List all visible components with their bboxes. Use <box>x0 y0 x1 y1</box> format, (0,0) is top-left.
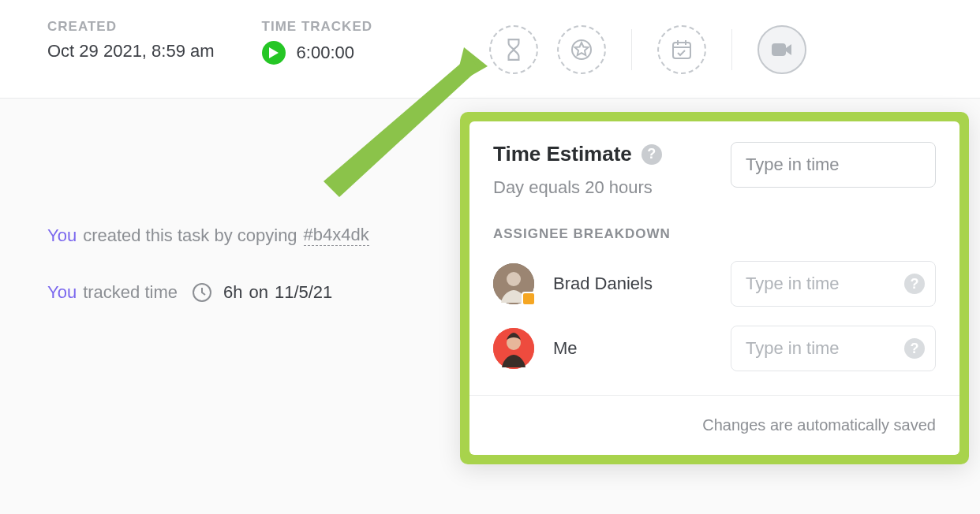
activity-text: tracked time <box>83 282 178 303</box>
svg-point-8 <box>507 272 521 286</box>
svg-rect-2 <box>673 43 690 58</box>
tracked-date: 11/5/21 <box>275 282 332 303</box>
play-timer-button[interactable] <box>262 41 286 65</box>
time-tracked-label: TIME TRACKED <box>262 19 372 35</box>
help-icon[interactable]: ? <box>904 274 925 294</box>
copied-task-link[interactable]: #b4x4dk <box>304 225 369 246</box>
time-tracked-block: TIME TRACKED 6:00:00 <box>262 19 372 65</box>
priority-button[interactable] <box>557 25 606 74</box>
created-label: CREATED <box>47 19 215 35</box>
header-action-icons <box>489 19 806 74</box>
tracked-duration: 6h <box>223 282 242 303</box>
popover-footer-text: Changes are automatically saved <box>469 395 959 455</box>
task-header: CREATED Oct 29 2021, 8:59 am TIME TRACKE… <box>0 0 980 99</box>
popover-subtitle: Day equals 20 hours <box>493 177 662 198</box>
svg-rect-3 <box>772 43 786 56</box>
time-tracked-value: 6:00:00 <box>297 43 354 63</box>
created-value: Oct 29 2021, 8:59 am <box>47 41 215 61</box>
avatar[interactable] <box>493 263 534 304</box>
assignee-row: Me ? <box>493 326 936 371</box>
you-link[interactable]: You <box>47 282 77 303</box>
assignee-name: Me <box>553 338 578 359</box>
time-estimate-button[interactable] <box>489 25 538 74</box>
created-block: CREATED Oct 29 2021, 8:59 am <box>47 19 215 61</box>
video-call-button[interactable] <box>757 25 806 74</box>
assignee-row: Brad Daniels ? <box>493 261 936 307</box>
assignee-breakdown-label: ASSIGNEE BREAKDOWN <box>493 226 936 242</box>
time-estimate-input[interactable] <box>731 142 936 188</box>
divider <box>631 29 632 70</box>
you-link[interactable]: You <box>47 225 77 246</box>
help-icon[interactable]: ? <box>641 144 662 165</box>
svg-marker-0 <box>269 47 279 58</box>
avatar[interactable] <box>493 328 534 369</box>
clock-icon <box>192 282 212 303</box>
assignee-name: Brad Daniels <box>553 274 653 294</box>
on-word: on <box>249 282 267 303</box>
divider <box>731 29 732 70</box>
time-estimate-popover: Time Estimate ? Day equals 20 hours ASSI… <box>460 112 969 464</box>
help-icon[interactable]: ? <box>904 338 925 359</box>
activity-text: created this task by copying <box>83 225 297 246</box>
status-badge <box>522 292 536 306</box>
popover-title: Time Estimate <box>493 142 632 166</box>
due-date-button[interactable] <box>657 25 706 74</box>
